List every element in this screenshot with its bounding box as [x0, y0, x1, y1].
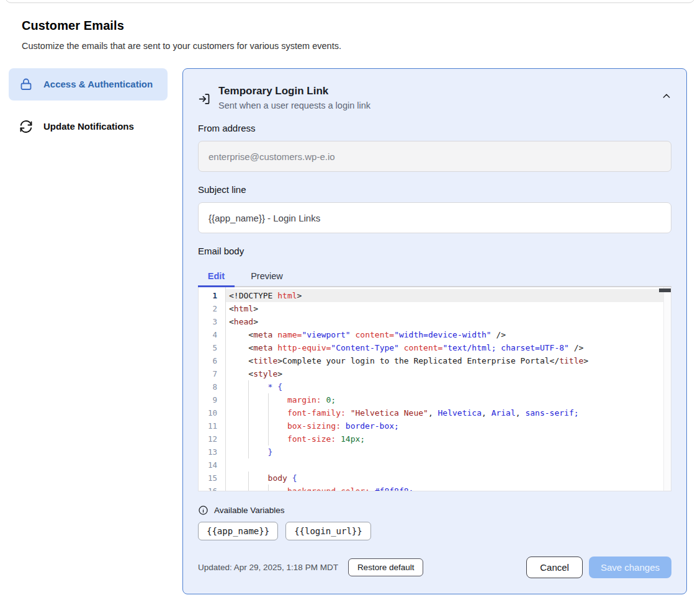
code-line[interactable]: background-color: #f8f8f8; — [226, 485, 671, 491]
save-changes-button[interactable]: Save changes — [589, 557, 671, 578]
temporary-login-link-panel: Temporary Login Link Sent when a user re… — [182, 68, 687, 594]
info-icon — [198, 505, 209, 516]
line-number: 1 — [199, 289, 225, 302]
email-body-label: Email body — [198, 246, 671, 256]
subject-line-input[interactable] — [198, 202, 671, 233]
tab-preview[interactable]: Preview — [235, 266, 299, 286]
sidebar-item-label: Update Notifications — [43, 119, 134, 134]
variable-chip[interactable]: {{login_url}} — [285, 522, 371, 540]
restore-default-button[interactable]: Restore default — [348, 558, 424, 576]
line-number: 5 — [199, 341, 225, 354]
refresh-icon — [19, 119, 34, 134]
line-number: 13 — [199, 445, 225, 458]
line-number: 10 — [199, 406, 225, 419]
line-number: 11 — [199, 419, 225, 432]
email-body-tabs: Edit Preview — [198, 266, 671, 287]
panel-title: Temporary Login Link — [218, 85, 370, 97]
code-line[interactable]: box-sizing: border-box; — [226, 419, 671, 432]
code-line[interactable]: <style> — [226, 367, 671, 380]
panel-header: Temporary Login Link Sent when a user re… — [198, 85, 671, 110]
code-line[interactable]: body { — [226, 472, 671, 485]
editor-scrollbar[interactable] — [663, 287, 671, 491]
editor-gutter: 12345678910111213141516 — [199, 287, 226, 491]
code-line[interactable]: <head> — [226, 315, 671, 328]
line-number: 4 — [199, 328, 225, 341]
from-address-label: From address — [198, 123, 671, 133]
sidebar-item-access-authentication[interactable]: Access & Authentication — [9, 68, 168, 101]
editor-scrollbar-thumb[interactable] — [659, 288, 671, 292]
code-line[interactable]: font-family: "Helvetica Neue", Helvetica… — [226, 406, 671, 419]
code-line[interactable]: * { — [226, 380, 671, 393]
code-line[interactable]: <title>Complete your login to the Replic… — [226, 354, 671, 367]
code-line[interactable]: <html> — [226, 302, 671, 315]
page-header: Customer Emails Customize the emails tha… — [22, 19, 678, 51]
line-number: 14 — [199, 458, 225, 472]
cancel-button[interactable]: Cancel — [526, 557, 583, 578]
page-description: Customize the emails that are sent to yo… — [22, 41, 678, 51]
code-line[interactable]: } — [226, 445, 671, 458]
panel-subtitle: Sent when a user requests a login link — [218, 101, 370, 110]
subject-line-label: Subject line — [198, 184, 671, 195]
line-number: 8 — [199, 380, 225, 393]
code-line[interactable]: margin: 0; — [226, 393, 671, 406]
code-line[interactable]: <meta name="viewport" content="width=dev… — [226, 328, 671, 341]
page-title: Customer Emails — [22, 19, 678, 33]
tab-edit[interactable]: Edit — [198, 266, 235, 286]
email-body-code-editor[interactable]: 12345678910111213141516 <!DOCTYPE html><… — [198, 287, 671, 491]
chevron-up-icon[interactable] — [662, 85, 671, 101]
lock-icon — [19, 77, 34, 92]
updated-timestamp: Updated: Apr 29, 2025, 1:18 PM MDT — [198, 563, 338, 572]
line-number: 9 — [199, 393, 225, 406]
line-number: 6 — [199, 354, 225, 367]
line-number: 3 — [199, 315, 225, 328]
from-address-input — [198, 141, 671, 172]
code-line[interactable]: <meta http-equiv="Content-Type" content=… — [226, 341, 671, 354]
line-number: 15 — [199, 472, 225, 485]
sidebar-item-update-notifications[interactable]: Update Notifications — [9, 114, 168, 139]
variable-chip[interactable]: {{app_name}} — [198, 522, 278, 540]
code-line[interactable]: <!DOCTYPE html> — [226, 289, 671, 302]
sidebar-item-label: Access & Authentication — [43, 77, 153, 92]
line-number: 7 — [199, 367, 225, 380]
line-number: 12 — [199, 432, 225, 445]
line-number: 16 — [199, 485, 225, 491]
email-types-sidebar: Access & Authentication Update Notificat… — [9, 68, 168, 139]
line-number: 2 — [199, 302, 225, 315]
variable-chips: {{app_name}}{{login_url}} — [198, 522, 671, 540]
login-icon — [198, 85, 211, 105]
code-line[interactable] — [226, 458, 671, 472]
panel-footer: Updated: Apr 29, 2025, 1:18 PM MDT Resto… — [198, 557, 671, 578]
editor-code-pane[interactable]: <!DOCTYPE html><html><head><meta name="v… — [226, 287, 671, 491]
available-variables-label: Available Variables — [214, 506, 285, 515]
code-line[interactable]: font-size: 14px; — [226, 432, 671, 445]
previous-card-edge — [5, 0, 695, 3]
